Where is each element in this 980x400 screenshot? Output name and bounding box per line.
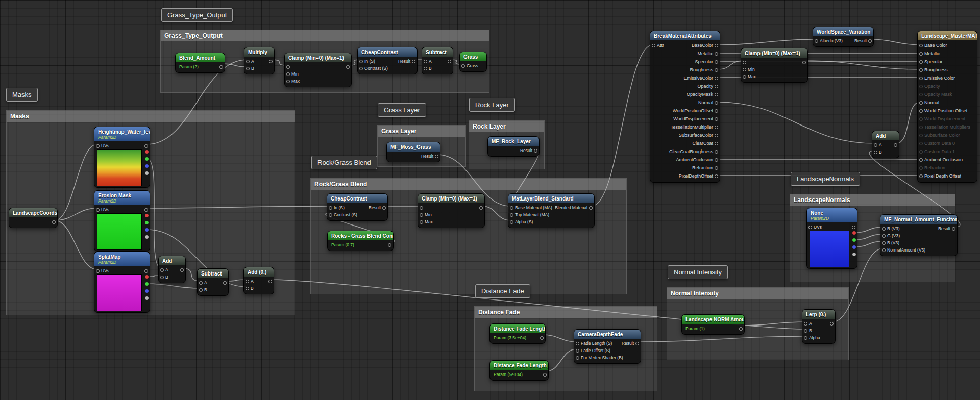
node-header[interactable]: Erosion MaskParam2D <box>94 191 150 205</box>
node-header[interactable]: Add <box>872 131 899 140</box>
node-header[interactable]: Clamp (Min=0) (Max=1) <box>285 53 351 62</box>
node-header[interactable]: WorldSpace_Variation <box>813 27 873 36</box>
output-pin[interactable] <box>589 206 593 210</box>
node-header[interactable]: Clamp (Min=0) (Max=1) <box>418 194 484 203</box>
output-pin[interactable] <box>830 322 834 326</box>
input-pin[interactable] <box>882 241 886 245</box>
r-channel-pin[interactable] <box>852 231 856 235</box>
b-channel-pin[interactable] <box>145 289 149 293</box>
comment-title[interactable]: Rock/Grass Blend <box>311 179 626 190</box>
output-pin[interactable] <box>219 65 223 69</box>
node-multiply[interactable]: MultiplyAB <box>244 47 275 74</box>
input-pin[interactable] <box>919 150 923 154</box>
output-pin[interactable] <box>715 77 718 80</box>
comment-title[interactable]: Grass Layer <box>378 126 465 137</box>
node-header[interactable]: Multiply <box>244 47 274 57</box>
output-pin[interactable] <box>180 268 184 272</box>
input-pin[interactable] <box>804 336 807 340</box>
a-channel-pin[interactable] <box>852 253 856 256</box>
node-grass-output[interactable]: GrassGrass <box>459 52 487 72</box>
output-pin[interactable] <box>448 60 451 63</box>
output-pin[interactable] <box>715 158 718 162</box>
input-pin[interactable] <box>160 276 164 279</box>
node-header[interactable]: BreakMaterialAttributes <box>650 31 720 40</box>
input-pin[interactable] <box>286 65 290 69</box>
comment-label-grass-layer[interactable]: Grass Layer <box>378 103 426 117</box>
node-cheapcontrast-grass[interactable]: CheapContrastIn (S)ResultContrast (S) <box>357 47 418 74</box>
input-pin[interactable] <box>510 220 513 224</box>
node-header[interactable]: Add <box>159 256 185 265</box>
input-pin[interactable] <box>160 268 164 272</box>
input-pin[interactable] <box>420 220 423 224</box>
output-pin[interactable] <box>715 126 718 129</box>
output-pin[interactable] <box>479 206 483 210</box>
output-pin[interactable] <box>715 134 718 137</box>
node-landscape-norm-amount[interactable]: Landscape NORM AmountParam (1) <box>681 314 745 335</box>
node-header[interactable]: Landscape_MasterMAT <box>918 31 977 40</box>
input-pin[interactable] <box>246 280 249 283</box>
comment-label-rock-grass-blend[interactable]: Rock/Grass Blend <box>311 156 377 169</box>
node-header[interactable]: Subtract <box>422 47 453 57</box>
node-header[interactable]: MatLayerBlend_Standard <box>508 194 594 203</box>
input-pin[interactable] <box>919 126 923 129</box>
input-pin[interactable] <box>286 72 290 76</box>
comment-label-normal-intensity[interactable]: Normal Intensity <box>668 265 728 279</box>
b-channel-pin[interactable] <box>852 245 856 249</box>
input-pin[interactable] <box>199 288 203 292</box>
input-pin[interactable] <box>576 342 579 345</box>
node-header[interactable]: CheapContrast <box>358 47 417 57</box>
output-pin[interactable] <box>540 336 544 340</box>
input-pin[interactable] <box>510 206 513 210</box>
output-pin[interactable] <box>635 342 639 345</box>
input-pin[interactable] <box>286 80 290 83</box>
input-pin[interactable] <box>919 158 923 162</box>
node-cameradepthfade[interactable]: CameraDepthFadeFade Length (S)ResultFade… <box>574 329 641 364</box>
output-pin[interactable] <box>715 101 718 105</box>
input-pin[interactable] <box>882 227 886 231</box>
input-pin[interactable] <box>919 117 923 121</box>
input-pin[interactable] <box>246 287 249 290</box>
node-header[interactable]: MF_Moss_Grass <box>387 142 440 152</box>
node-none-texture[interactable]: NoneParam2DUVs <box>806 208 857 269</box>
output-pin[interactable] <box>715 109 718 113</box>
node-heightmap-water-level[interactable]: Heightmap_Water_levelParam2DUVs <box>94 127 150 188</box>
comment-title[interactable]: Rock Layer <box>469 121 544 132</box>
node-mf-moss-grass[interactable]: MF_Moss_GrassResult <box>386 142 440 162</box>
output-pin[interactable] <box>868 39 872 43</box>
node-clamp-grass[interactable]: Clamp (Min=0) (Max=1)MinMax <box>284 53 352 87</box>
output-pin[interactable] <box>715 117 718 121</box>
node-cheapcontrast-blend[interactable]: CheapContrastIn (S)ResultContrast (S) <box>327 193 388 221</box>
output-pin[interactable] <box>534 149 537 153</box>
node-header[interactable]: Blend_Amount <box>176 53 225 62</box>
input-pin[interactable] <box>919 109 923 113</box>
node-header[interactable]: MF_Rock_Layer <box>488 137 539 146</box>
comment-label-rock-layer[interactable]: Rock Layer <box>469 98 515 112</box>
output-pin[interactable] <box>894 143 897 147</box>
output-pin[interactable] <box>269 60 273 63</box>
input-pin[interactable] <box>919 101 923 105</box>
input-pin[interactable] <box>919 174 923 178</box>
node-landscapecoords[interactable]: LandscapeCoords <box>9 208 58 228</box>
input-pin[interactable] <box>919 93 923 96</box>
a-channel-pin[interactable] <box>145 235 149 239</box>
input-pin[interactable] <box>919 85 923 88</box>
node-mf-rock-layer[interactable]: MF_Rock_LayerResult <box>487 136 540 157</box>
input-pin[interactable] <box>743 61 746 64</box>
output-pin[interactable] <box>223 281 227 285</box>
output-pin[interactable] <box>382 206 386 210</box>
node-header[interactable]: Distance Fade Length_1 <box>490 361 548 370</box>
node-lerp[interactable]: Lerp (0.)ABAlpha <box>802 309 836 344</box>
output-pin[interactable] <box>715 174 718 178</box>
node-add-right[interactable]: AddAB <box>872 131 899 158</box>
input-pin[interactable] <box>874 151 877 154</box>
node-header[interactable]: SplatMapParam2D <box>94 252 150 266</box>
comment-label-masks[interactable]: Masks <box>6 88 38 102</box>
comment-label-distance-fade[interactable]: Distance Fade <box>475 284 530 298</box>
input-pin[interactable] <box>808 226 812 229</box>
node-add-l[interactable]: Add (0.)AB <box>243 267 274 294</box>
node-blend-amount[interactable]: Blend_AmountParam (2) <box>175 53 225 73</box>
output-pin[interactable] <box>388 243 391 247</box>
g-channel-pin[interactable] <box>852 238 856 242</box>
output-pin[interactable] <box>412 60 415 63</box>
node-worldspace-variation[interactable]: WorldSpace_VariationAlbedo (V3)Result <box>813 27 874 47</box>
